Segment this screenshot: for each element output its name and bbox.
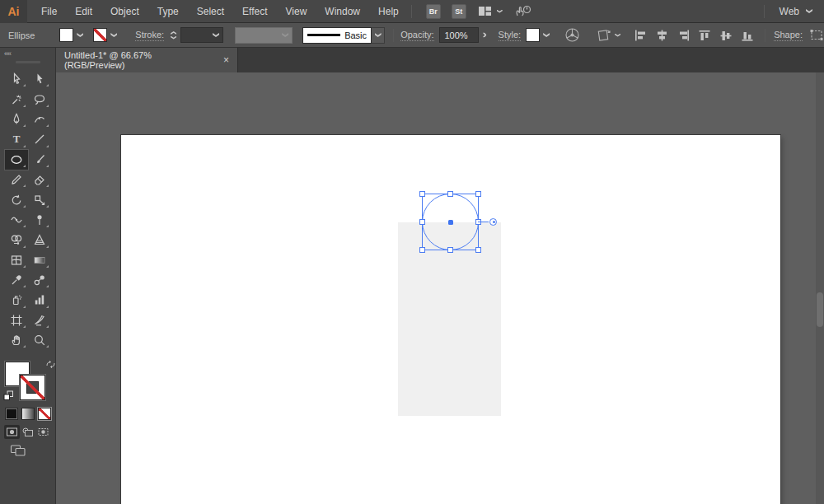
menu-effect[interactable]: Effect [233,0,276,23]
handle-s[interactable] [447,247,453,253]
chevron-down-icon[interactable] [110,33,117,37]
tool-selection[interactable] [28,69,51,89]
tool-direct-selection[interactable] [5,69,28,89]
brush-definition-select[interactable]: Basic [302,27,385,44]
style-label[interactable]: Style: [499,30,522,41]
tool-magic-wand[interactable] [5,89,28,109]
center-point[interactable] [448,220,453,225]
stroke-none-swatch[interactable] [93,28,107,42]
draw-inside-button[interactable] [35,425,51,439]
color-button[interactable] [5,408,18,420]
menu-object[interactable]: Object [101,0,148,23]
tool-lasso[interactable] [28,89,51,109]
app-logo-icon[interactable]: Ai [0,0,27,23]
handle-se[interactable] [475,247,481,253]
chevron-right-icon[interactable] [482,32,486,37]
canvas[interactable] [57,72,824,504]
recolor-artwork-button[interactable] [564,27,580,43]
align-v-center-icon[interactable] [719,29,733,42]
handle-w[interactable] [419,219,425,225]
opacity-input[interactable]: 100% [439,27,479,43]
stock-button[interactable]: St [452,4,466,19]
chevron-down-icon[interactable] [543,33,550,37]
menu-select[interactable]: Select [188,0,233,23]
tool-pen[interactable] [5,110,28,129]
opacity-label[interactable]: Opacity: [400,30,433,41]
align-top-icon[interactable] [698,29,712,42]
handle-nw[interactable] [419,191,425,197]
menu-view[interactable]: View [277,0,316,23]
tool-zoom[interactable] [28,330,51,350]
pie-widget-handle[interactable] [489,218,497,226]
tool-puppet-warp[interactable] [28,210,51,230]
tool-shape-builder[interactable] [5,230,28,250]
tab-close-icon[interactable]: × [223,54,229,66]
tool-perspective-grid[interactable] [28,230,51,250]
fill-swatch[interactable] [59,28,73,42]
tool-eraser[interactable] [28,170,51,189]
document-tab[interactable]: Untitled-1* @ 66.67% (RGB/Preview) × [56,48,238,72]
tool-scale[interactable] [28,189,51,209]
draw-normal-button[interactable] [4,425,20,439]
tool-type[interactable]: T [5,129,28,149]
swap-fill-stroke-icon[interactable] [45,360,56,369]
tool-mesh[interactable] [5,250,28,270]
style-swatch[interactable] [526,28,540,42]
stroke-label[interactable]: Stroke: [135,30,164,41]
scrollbar-thumb[interactable] [817,292,823,327]
handle-ne[interactable] [475,191,481,197]
share-button[interactable] [514,4,532,19]
menu-type[interactable]: Type [148,0,188,23]
tool-grid: T [5,69,51,350]
tool-symbol-sprayer[interactable] [5,290,28,310]
menu-file[interactable]: File [32,0,66,23]
shape-properties-button[interactable] [809,29,824,41]
ellipse-icon [10,153,23,166]
tool-eyedropper[interactable] [5,270,28,290]
tool-ellipse[interactable] [5,150,28,170]
tool-width[interactable] [5,210,28,230]
tool-shaper-pencil[interactable] [5,170,28,189]
tool-line-segment[interactable] [28,129,51,149]
align-right-icon[interactable] [677,29,691,42]
collapse-panel-button[interactable]: «« [4,49,11,58]
handle-n[interactable] [447,191,453,197]
bridge-button[interactable]: Br [426,4,441,19]
stroke-weight-stepper[interactable] [171,31,176,40]
tool-gradient[interactable] [28,250,51,270]
tool-slice[interactable] [28,310,51,330]
shape-icon [809,29,824,41]
menu-window[interactable]: Window [316,0,369,23]
arrange-documents-button[interactable] [478,5,503,17]
tool-rotate[interactable] [5,189,28,209]
default-fill-stroke-icon[interactable] [3,390,14,401]
selected-ellipse[interactable] [422,194,479,250]
tool-paintbrush[interactable] [28,150,51,170]
align-bottom-icon[interactable] [741,29,755,42]
tool-blend[interactable] [28,270,51,290]
chevron-down-icon[interactable] [77,33,83,37]
align-left-icon[interactable] [634,29,648,42]
gradient-button[interactable] [21,408,35,420]
tool-curvature[interactable] [28,110,51,129]
menu-help[interactable]: Help [369,0,408,23]
vertical-scrollbar[interactable] [816,72,824,504]
selection-icon [33,72,46,86]
draw-behind-button[interactable] [20,425,35,439]
stroke-weight-select[interactable] [180,27,223,43]
shape-label[interactable]: Shape: [774,30,803,41]
align-h-center-icon[interactable] [655,29,669,42]
handle-sw[interactable] [419,247,425,253]
brush-dropdown-button[interactable] [372,27,385,44]
panel-grip[interactable] [16,61,40,63]
tool-artboard[interactable] [5,310,28,330]
none-button[interactable] [38,408,51,420]
stroke-color-box[interactable] [20,375,45,400]
tool-column-graph[interactable] [28,290,51,310]
workspace-switcher[interactable]: Web [768,6,824,17]
menu-edit[interactable]: Edit [66,0,101,23]
transform-menu-button[interactable] [597,28,620,42]
tool-hand[interactable] [5,330,28,350]
screen-mode-button[interactable] [10,444,26,460]
artboard [121,135,780,504]
